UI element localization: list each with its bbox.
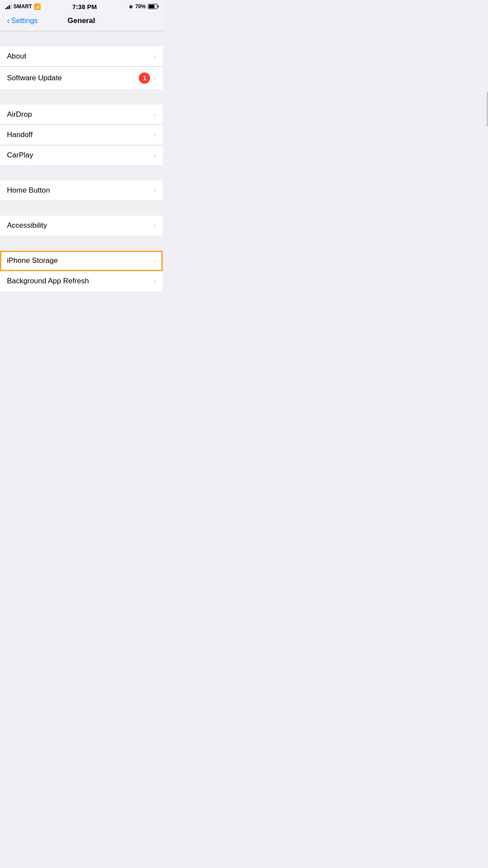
- section-gap-3: [0, 200, 163, 216]
- row-handoff[interactable]: Handoff ›: [0, 125, 163, 145]
- row-software-update[interactable]: Software Update 1 ›: [0, 67, 163, 89]
- row-home-button[interactable]: Home Button ›: [0, 180, 163, 200]
- airdrop-label: AirDrop: [7, 110, 32, 119]
- signal-bar-3: [9, 5, 10, 9]
- settings-group-2: AirDrop › Handoff › CarPlay ›: [0, 105, 163, 165]
- carplay-chevron-icon: ›: [154, 152, 156, 159]
- iphone-storage-label: iPhone Storage: [7, 256, 58, 265]
- iphone-storage-chevron-icon: ›: [154, 257, 156, 264]
- section-gap-top: [0, 31, 163, 46]
- accessibility-label: Accessibility: [7, 221, 47, 230]
- carrier-label: SMART: [13, 3, 32, 10]
- battery-percent: 70%: [135, 3, 146, 10]
- page-title: General: [68, 16, 95, 25]
- handoff-label: Handoff: [7, 131, 33, 139]
- status-time: 7:38 PM: [72, 3, 97, 10]
- settings-content: About › Software Update 1 › AirDrop ›: [0, 31, 163, 306]
- back-button[interactable]: ‹ Settings: [7, 16, 38, 26]
- status-right: ∗ 70%: [128, 3, 157, 10]
- wifi-icon: 📶: [34, 3, 41, 10]
- background-app-refresh-chevron-icon: ›: [154, 278, 156, 285]
- nav-bar: ‹ Settings General: [0, 12, 163, 31]
- section-gap-4: [0, 236, 163, 251]
- software-update-badge: 1: [139, 72, 150, 84]
- row-carplay[interactable]: CarPlay ›: [0, 145, 163, 165]
- signal-bar-1: [5, 8, 7, 9]
- home-button-label: Home Button: [7, 186, 50, 195]
- battery-icon: [148, 4, 157, 9]
- carplay-label: CarPlay: [7, 151, 33, 160]
- handoff-chevron-icon: ›: [154, 131, 156, 138]
- software-update-label: Software Update: [7, 74, 62, 82]
- background-app-refresh-label: Background App Refresh: [7, 277, 89, 285]
- settings-group-3: Home Button ›: [0, 180, 163, 200]
- row-airdrop[interactable]: AirDrop ›: [0, 105, 163, 125]
- settings-group-4: Accessibility ›: [0, 216, 163, 236]
- settings-group-5: iPhone Storage › Background App Refresh …: [0, 251, 163, 291]
- row-background-app-refresh[interactable]: Background App Refresh ›: [0, 271, 163, 291]
- section-gap-1: [0, 89, 163, 105]
- section-gap-bottom: [0, 291, 163, 306]
- airdrop-chevron-icon: ›: [154, 111, 156, 118]
- bluetooth-icon: ∗: [128, 3, 133, 10]
- back-chevron-icon: ‹: [7, 16, 10, 26]
- software-update-chevron-icon: ›: [154, 75, 156, 82]
- about-chevron-icon: ›: [154, 53, 156, 60]
- accessibility-chevron-icon: ›: [154, 222, 156, 229]
- row-about[interactable]: About ›: [0, 46, 163, 67]
- status-left: SMART 📶: [5, 3, 41, 10]
- signal-bars: [5, 4, 12, 9]
- row-accessibility[interactable]: Accessibility ›: [0, 216, 163, 236]
- signal-bar-2: [7, 7, 8, 9]
- section-gap-2: [0, 165, 163, 180]
- settings-group-1: About › Software Update 1 ›: [0, 46, 163, 89]
- row-iphone-storage[interactable]: iPhone Storage ›: [0, 251, 163, 271]
- home-button-chevron-icon: ›: [154, 187, 156, 194]
- status-bar: SMART 📶 7:38 PM ∗ 70%: [0, 0, 163, 12]
- back-label: Settings: [11, 16, 38, 25]
- signal-bar-4: [10, 4, 12, 9]
- about-label: About: [7, 52, 26, 61]
